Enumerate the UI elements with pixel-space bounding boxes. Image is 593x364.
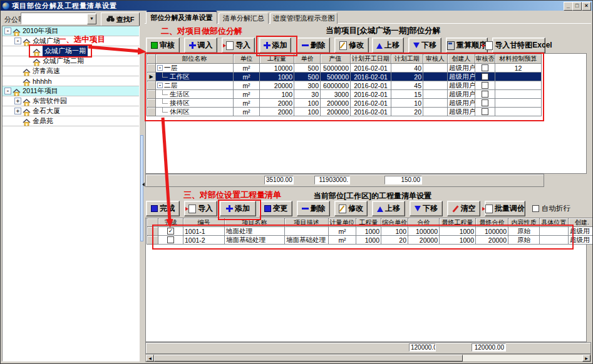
column-header[interactable]: 计划工期 bbox=[391, 54, 423, 64]
audited-checkbox[interactable] bbox=[482, 99, 488, 106]
column-header[interactable]: 计量单位 bbox=[329, 218, 356, 227]
collapse-icon[interactable]: - bbox=[157, 83, 163, 88]
column-header[interactable]: 计划开工日期 bbox=[351, 54, 391, 64]
column-header[interactable]: 创建. bbox=[569, 218, 593, 227]
table-row[interactable]: 休闲区m²20001002000002016-02-0120超级用户 bbox=[147, 108, 542, 116]
column-header[interactable]: 综合单价 bbox=[381, 218, 408, 227]
row-selector[interactable] bbox=[147, 81, 156, 90]
column-header[interactable]: 编号 bbox=[183, 218, 225, 227]
audited-checkbox[interactable] bbox=[482, 108, 488, 115]
table-row[interactable]: -一层m²1000050050000002016-02-0140超级用户12 bbox=[147, 64, 542, 73]
maximize-button[interactable]: □ bbox=[572, 2, 582, 11]
table-row[interactable]: 1001-2墙面基础处理墙面基础处理m²10002020000100020000… bbox=[147, 236, 593, 245]
audited-checkbox[interactable] bbox=[482, 73, 488, 80]
import-gantt-excel-button[interactable]: 导入甘特图Excel bbox=[492, 38, 545, 53]
audit-button[interactable]: 审核 bbox=[146, 38, 180, 53]
table-row[interactable]: ✓1001-1地面处理m²10001001000001000100000原始超级… bbox=[147, 227, 593, 236]
tree-item[interactable]: 众城广场二期 bbox=[3, 56, 139, 66]
collapse-icon[interactable]: - bbox=[4, 28, 11, 34]
auto-wrap-checkbox[interactable] bbox=[532, 205, 539, 212]
combobox-dropdown-icon[interactable]: ▼ bbox=[87, 14, 96, 24]
audited-checkbox[interactable] bbox=[482, 64, 488, 71]
done-checkbox[interactable]: ✓ bbox=[167, 228, 174, 235]
done-checkbox[interactable] bbox=[167, 236, 174, 243]
column-header[interactable]: 完成 bbox=[158, 218, 183, 227]
audited-checkbox[interactable] bbox=[482, 91, 488, 98]
column-header[interactable]: 内容性质 bbox=[508, 218, 540, 227]
tree-item[interactable]: +东营软件园 bbox=[3, 96, 139, 106]
scroll-left-icon[interactable]: ◀ bbox=[146, 355, 154, 361]
move-up-button[interactable]: 上移 bbox=[372, 201, 405, 216]
column-header[interactable]: 工程量 bbox=[356, 218, 381, 227]
close-button[interactable]: × bbox=[582, 2, 591, 11]
move-down-button[interactable]: 下移 bbox=[408, 38, 441, 53]
tree-item[interactable]: 金鼎苑 bbox=[3, 116, 139, 126]
row-selector[interactable] bbox=[147, 64, 156, 73]
column-header[interactable]: 具体位置 bbox=[540, 218, 569, 227]
delete-button[interactable]: 删除 bbox=[297, 38, 330, 53]
branch-combobox[interactable] bbox=[21, 13, 96, 24]
tree-item[interactable]: +金石大厦 bbox=[3, 106, 139, 116]
tree-item[interactable]: 济青高速 bbox=[3, 66, 139, 76]
move-down-button[interactable]: 下移 bbox=[410, 201, 443, 216]
modify-button[interactable]: 修改 bbox=[334, 201, 368, 216]
splitter-strip[interactable] bbox=[140, 135, 143, 241]
tree-item[interactable]: hhhhh bbox=[3, 76, 139, 86]
column-header[interactable]: 审核人 bbox=[423, 54, 448, 64]
row-selector[interactable] bbox=[147, 99, 156, 108]
row-selector[interactable] bbox=[147, 227, 158, 236]
column-header[interactable]: 单价 bbox=[294, 54, 321, 64]
tab-3[interactable]: 进度管理流程示意图 bbox=[270, 13, 338, 24]
cell-price: 300 bbox=[294, 81, 321, 90]
row-selector[interactable] bbox=[147, 236, 158, 245]
load-in-button[interactable]: 调入 bbox=[184, 38, 217, 53]
collapse-icon[interactable]: - bbox=[157, 65, 163, 71]
scroll-right-icon[interactable]: ▶ bbox=[582, 355, 590, 361]
column-header[interactable]: 部位名称 bbox=[156, 54, 234, 64]
import-button[interactable]: 导入 bbox=[184, 201, 217, 216]
column-header[interactable]: 最终合价 bbox=[476, 218, 508, 227]
column-header[interactable]: 合价 bbox=[408, 218, 440, 227]
column-header[interactable]: 材料控制预算 bbox=[495, 54, 542, 64]
modify-button[interactable]: 修改 bbox=[334, 38, 369, 53]
collapse-icon[interactable]: - bbox=[4, 88, 11, 94]
row-selector[interactable] bbox=[147, 108, 156, 116]
table-row[interactable]: ▶工作区m²10005005000002016-02-0120超级用户 bbox=[147, 73, 542, 81]
column-header[interactable]: 项目名称 bbox=[225, 218, 285, 227]
column-header[interactable]: 项目描述 bbox=[285, 218, 329, 227]
column-header[interactable]: 产值 bbox=[321, 54, 351, 64]
expand-icon[interactable]: + bbox=[14, 108, 21, 114]
row-selector[interactable] bbox=[147, 90, 156, 99]
move-up-button[interactable]: 上移 bbox=[372, 38, 404, 53]
batch-reprice-button[interactable]: 批量调价 bbox=[485, 201, 525, 216]
table-row[interactable]: 生活区m²1003030002016-02-0115超级用户 bbox=[147, 90, 542, 99]
column-header[interactable]: 单位 bbox=[234, 54, 260, 64]
panel-splitter[interactable] bbox=[140, 11, 145, 362]
audited-checkbox[interactable] bbox=[482, 82, 488, 89]
tab-2[interactable]: 清单分解汇总 bbox=[219, 13, 269, 24]
tab-1[interactable]: 部位分解及清单设置 bbox=[146, 11, 217, 24]
add-button[interactable]: 添加 bbox=[220, 201, 256, 216]
column-header[interactable]: 创建人 bbox=[448, 54, 475, 64]
change-button[interactable]: 变更 bbox=[259, 201, 292, 216]
scrollbar-thumb[interactable] bbox=[154, 355, 463, 361]
search-button[interactable]: 查找F bbox=[101, 13, 140, 26]
horizontal-scrollbar[interactable]: ◀ ▶ bbox=[145, 354, 591, 362]
column-header[interactable]: 最终工程量 bbox=[440, 218, 476, 227]
column-header[interactable]: 工程量 bbox=[260, 54, 294, 64]
minimize-button[interactable]: _ bbox=[564, 2, 573, 11]
tree-item[interactable]: -2011年项目 bbox=[3, 86, 139, 96]
column-header[interactable]: 审核否 bbox=[475, 54, 495, 64]
finish-button[interactable]: 完成 bbox=[146, 201, 180, 216]
row-selector[interactable]: ▶ bbox=[147, 73, 156, 81]
expand-icon[interactable]: + bbox=[14, 98, 21, 104]
recalc-order-button[interactable]: 重算顺序 bbox=[446, 38, 488, 53]
tree-item[interactable]: 众城广场一期 bbox=[3, 46, 139, 56]
table-row[interactable]: 接待区m²20001002000002016-02-0110超级用户 bbox=[147, 99, 542, 108]
clear-button[interactable]: 清空 bbox=[447, 201, 480, 216]
collapse-icon[interactable]: - bbox=[14, 38, 21, 44]
delete-button[interactable]: 删除 bbox=[297, 201, 330, 216]
import-button[interactable]: 导入 bbox=[222, 38, 255, 53]
table-row[interactable]: -二层m²2000030060000002016-02-0145超级用户 bbox=[147, 81, 542, 90]
add-button[interactable]: 添加 bbox=[259, 38, 291, 53]
